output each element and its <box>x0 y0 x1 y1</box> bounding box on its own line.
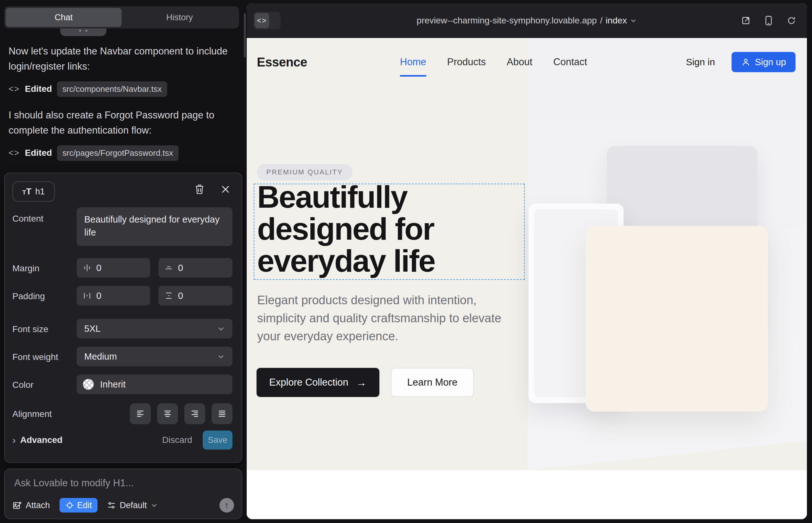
chat-composer: Ask Lovable to modify H1... Attach Edit <box>4 469 242 519</box>
tab-history[interactable]: History <box>122 8 237 27</box>
site-canvas: Essence Home Products About Contact Sign… <box>247 38 807 519</box>
sign-in-link[interactable]: Sign in <box>686 57 715 68</box>
site-navbar: Essence Home Products About Contact Sign… <box>257 44 796 80</box>
assistant-message: Now let's update the Navbar component to… <box>8 44 230 74</box>
url-page: index <box>605 16 627 26</box>
url-bar[interactable]: preview--charming-site-symphony.lovable.… <box>247 3 807 38</box>
chevron-right-icon: › <box>12 434 16 446</box>
padding-label: Padding <box>12 291 45 301</box>
sign-up-button[interactable]: Sign up <box>731 52 796 72</box>
edited-file-chip[interactable]: src/pages/ForgotPassword.tsx <box>57 145 179 161</box>
nav-link-products[interactable]: Products <box>447 56 486 68</box>
lovable-app: Chat History Now let's update the Navbar… <box>0 0 812 523</box>
type-icon: TT <box>22 186 32 197</box>
nav-link-contact[interactable]: Contact <box>553 56 587 68</box>
refresh-button[interactable] <box>785 14 798 27</box>
padding-x-icon <box>83 292 91 300</box>
save-button[interactable]: Save <box>203 431 232 450</box>
mobile-view-button[interactable] <box>762 14 775 27</box>
content-input[interactable]: Beautifully designed for everyday life <box>77 208 232 246</box>
tab-chat[interactable]: Chat <box>6 8 122 27</box>
font-size-select[interactable]: 5XL <box>77 319 232 339</box>
margin-y-icon <box>165 264 173 272</box>
nav-link-about[interactable]: About <box>507 56 532 68</box>
edited-file-row: <> Edited src/components/Navbar.tsx <box>8 81 167 97</box>
attach-image-icon <box>12 501 22 510</box>
color-swatch <box>83 379 94 390</box>
margin-x-icon <box>83 264 91 272</box>
preview-window: <> preview--charming-site-symphony.lovab… <box>247 3 807 519</box>
chevron-down-icon <box>217 353 225 360</box>
scrolled-message-pill[interactable] <box>60 29 106 36</box>
margin-label: Margin <box>12 264 40 273</box>
code-icon: <> <box>8 148 20 158</box>
send-button[interactable]: ↑ <box>219 498 234 512</box>
align-center-button[interactable] <box>157 403 178 424</box>
attach-button[interactable]: Attach <box>12 501 50 510</box>
content-label: Content <box>12 214 43 224</box>
edit-mode-button[interactable]: Edit <box>59 498 98 512</box>
edited-file-row: <> Edited src/pages/ForgotPassword.tsx <box>8 145 179 161</box>
padding-x-input[interactable]: 0 <box>77 286 150 306</box>
chevron-down-icon <box>151 502 158 509</box>
margin-x-input[interactable]: 0 <box>77 258 150 278</box>
url-separator: / <box>600 16 603 26</box>
user-icon <box>741 57 751 67</box>
premium-quality-badge: PREMIUM QUALITY <box>257 164 352 180</box>
margin-y-input[interactable]: 0 <box>158 258 232 278</box>
hero-cta-row: Explore Collection → Learn More <box>257 368 474 397</box>
alignment-label: Alignment <box>12 409 52 419</box>
nav-links: Home Products About Contact <box>400 44 587 80</box>
sliders-icon <box>107 501 116 510</box>
padding-y-icon <box>165 292 173 300</box>
delete-element-button[interactable] <box>193 183 206 196</box>
browser-toolbar: <> preview--charming-site-symphony.lovab… <box>247 3 807 38</box>
font-size-label: Font size <box>12 324 49 334</box>
element-editor-panel: TT h1 Content Beautifully designed for e… <box>4 173 242 463</box>
next-section-background <box>247 470 807 519</box>
align-justify-button[interactable] <box>212 403 232 424</box>
close-editor-button[interactable] <box>219 183 232 196</box>
site-logo[interactable]: Essence <box>257 44 307 80</box>
font-weight-label: Font weight <box>12 352 58 362</box>
edited-file-chip[interactable]: src/components/Navbar.tsx <box>57 82 167 97</box>
model-default-select[interactable]: Default <box>107 501 158 510</box>
chevron-down-icon <box>630 17 637 24</box>
chevron-down-icon <box>217 325 225 332</box>
learn-more-button[interactable]: Learn More <box>391 368 474 397</box>
selected-element-tag: TT h1 <box>12 181 55 202</box>
discard-button[interactable]: Discard <box>162 431 192 450</box>
edited-label: Edited <box>25 84 52 94</box>
arrow-right-icon: → <box>356 376 367 389</box>
explore-collection-button[interactable]: Explore Collection → <box>257 368 379 397</box>
auth-group: Sign in Sign up <box>686 44 796 80</box>
align-left-button[interactable] <box>130 403 151 424</box>
font-weight-select[interactable]: Medium <box>77 347 232 366</box>
open-in-new-tab-button[interactable] <box>739 14 753 27</box>
url-host: preview--charming-site-symphony.lovable.… <box>417 16 597 26</box>
color-select[interactable]: Inherit <box>77 375 232 394</box>
advanced-toggle[interactable]: › Advanced <box>12 431 63 450</box>
assistant-message: I should also create a Forgot Password p… <box>8 108 230 138</box>
edited-label: Edited <box>25 148 52 158</box>
alignment-group <box>130 403 232 424</box>
code-icon: <> <box>8 84 20 94</box>
nav-link-home[interactable]: Home <box>400 56 426 68</box>
chat-history-tabbar: Chat History <box>4 6 239 29</box>
decor-card-cream <box>586 226 768 412</box>
target-icon <box>65 501 74 510</box>
padding-y-input[interactable]: 0 <box>158 286 232 306</box>
align-right-button[interactable] <box>184 403 205 424</box>
composer-input[interactable]: Ask Lovable to modify H1... <box>14 477 134 489</box>
hero-heading[interactable]: Beautifully designed for everyday life <box>257 181 517 277</box>
hero-paragraph: Elegant products designed with intention… <box>257 291 517 345</box>
chat-scrollbar[interactable] <box>244 13 246 58</box>
color-label: Color <box>12 380 34 390</box>
